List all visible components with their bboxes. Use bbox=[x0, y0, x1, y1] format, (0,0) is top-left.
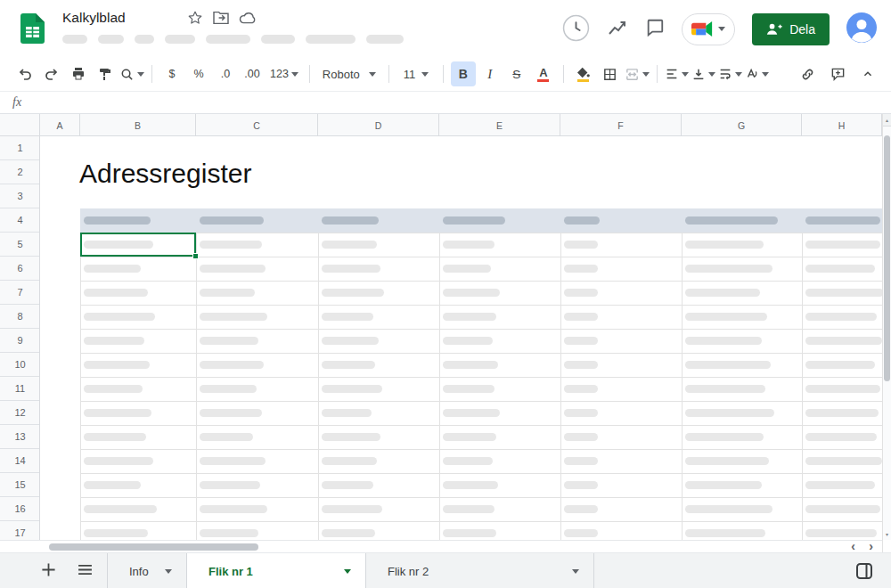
horizontal-scroll-thumb[interactable] bbox=[49, 543, 258, 551]
version-history-icon[interactable] bbox=[562, 14, 590, 45]
zoom-button[interactable] bbox=[119, 61, 144, 86]
vertical-scrollbar[interactable]: ▴ ▾ bbox=[882, 114, 891, 552]
fill-handle[interactable] bbox=[192, 253, 199, 259]
cells-area[interactable]: Adressregister bbox=[40, 136, 882, 540]
scroll-up-button[interactable]: ▴ bbox=[883, 114, 891, 127]
row-header-16[interactable]: 16 bbox=[0, 497, 40, 521]
redacted-cell-pill bbox=[564, 289, 598, 297]
font-size-select[interactable]: 11 bbox=[396, 61, 436, 86]
meet-button[interactable] bbox=[682, 13, 735, 45]
scroll-left-button[interactable]: ‹ bbox=[851, 539, 855, 553]
column-header-H[interactable]: H bbox=[802, 114, 882, 136]
redacted-menu-pill[interactable] bbox=[62, 35, 87, 44]
comment-icon[interactable] bbox=[645, 18, 665, 40]
font-family-select[interactable]: Roboto bbox=[317, 61, 381, 86]
strikethrough-button[interactable]: S bbox=[504, 61, 529, 86]
insert-link-button[interactable] bbox=[795, 61, 820, 86]
all-sheets-button[interactable] bbox=[78, 564, 93, 578]
row-header-1[interactable]: 1 bbox=[0, 136, 40, 160]
borders-button[interactable] bbox=[598, 61, 623, 86]
text-rotation-button[interactable] bbox=[745, 61, 770, 86]
row-header-3[interactable]: 3 bbox=[0, 184, 40, 208]
activity-icon[interactable] bbox=[607, 17, 628, 41]
row-header-10[interactable]: 10 bbox=[0, 353, 40, 377]
scroll-right-button[interactable]: › bbox=[869, 539, 873, 553]
row-header-15[interactable]: 15 bbox=[0, 473, 40, 497]
tab-flik-nr-2[interactable]: Flik nr 2 bbox=[366, 553, 594, 588]
document-title[interactable]: Kalkylblad bbox=[62, 10, 126, 26]
chevron-down-icon bbox=[421, 72, 429, 77]
column-header-F[interactable]: F bbox=[560, 114, 682, 136]
decrease-decimals-button[interactable]: .0 bbox=[213, 61, 238, 86]
vertical-align-button[interactable] bbox=[691, 61, 716, 86]
tab-info[interactable]: Info bbox=[107, 553, 187, 588]
formula-bar: fx bbox=[0, 92, 891, 114]
merge-cells-button[interactable] bbox=[625, 61, 650, 86]
column-header-E[interactable]: E bbox=[439, 114, 560, 136]
column-header-G[interactable]: G bbox=[682, 114, 802, 136]
column-header-B[interactable]: B bbox=[80, 114, 196, 136]
chevron-down-icon bbox=[165, 569, 172, 574]
redacted-cell-pill bbox=[685, 433, 764, 441]
row-header-13[interactable]: 13 bbox=[0, 425, 40, 449]
redacted-menu-pill[interactable] bbox=[261, 35, 295, 44]
column-header-C[interactable]: C bbox=[196, 114, 318, 136]
row-header-12[interactable]: 12 bbox=[0, 401, 40, 425]
toolbar-separator bbox=[151, 65, 152, 83]
text-wrap-button[interactable] bbox=[718, 61, 743, 86]
redacted-menu-pill[interactable] bbox=[135, 35, 154, 44]
row-header-7[interactable]: 7 bbox=[0, 281, 40, 305]
avatar[interactable] bbox=[846, 12, 877, 45]
select-all-corner[interactable] bbox=[0, 114, 40, 136]
row-header-2[interactable]: 2 bbox=[0, 160, 40, 184]
add-sheet-button[interactable] bbox=[41, 562, 56, 580]
row-header-8[interactable]: 8 bbox=[0, 305, 40, 329]
sheets-logo-icon[interactable] bbox=[20, 13, 45, 47]
number-format-button[interactable]: 123 bbox=[266, 61, 302, 86]
redacted-cell-pill bbox=[200, 505, 267, 513]
row-header-17[interactable]: 17 bbox=[0, 521, 40, 540]
row-header-5[interactable]: 5 bbox=[0, 233, 40, 257]
redacted-cell-pill bbox=[805, 481, 875, 489]
fill-color-button[interactable] bbox=[571, 61, 596, 86]
redacted-menu-pill[interactable] bbox=[306, 35, 356, 44]
undo-button[interactable] bbox=[12, 61, 37, 86]
vertical-scroll-thumb[interactable] bbox=[884, 135, 890, 381]
bold-button[interactable]: B bbox=[451, 61, 476, 86]
paint-format-button[interactable] bbox=[93, 61, 118, 86]
move-folder-icon[interactable] bbox=[212, 11, 230, 28]
row-header-11[interactable]: 11 bbox=[0, 377, 40, 401]
column-header-D[interactable]: D bbox=[318, 114, 439, 136]
horizontal-scrollbar[interactable]: ‹ › bbox=[0, 540, 882, 552]
redo-button[interactable] bbox=[39, 61, 64, 86]
row-header-4[interactable]: 4 bbox=[0, 208, 40, 233]
redacted-menu-pill[interactable] bbox=[206, 35, 250, 44]
text-color-button[interactable]: A bbox=[531, 61, 556, 86]
insert-comment-button[interactable] bbox=[825, 61, 850, 86]
redacted-menu-pill[interactable] bbox=[98, 35, 124, 44]
column-header-A[interactable]: A bbox=[40, 114, 80, 136]
fill-color-glyph bbox=[576, 67, 590, 82]
row-header-14[interactable]: 14 bbox=[0, 449, 40, 473]
collapse-toolbar-button[interactable] bbox=[855, 61, 880, 86]
cloud-status-icon[interactable] bbox=[239, 11, 257, 28]
tab-flik-nr-1[interactable]: Flik nr 1 bbox=[187, 553, 366, 588]
scroll-down-button[interactable]: ▾ bbox=[883, 527, 891, 540]
star-icon[interactable] bbox=[187, 10, 203, 29]
redacted-menu-pill[interactable] bbox=[165, 35, 195, 44]
side-panel-button[interactable] bbox=[855, 562, 873, 583]
print-button[interactable] bbox=[66, 61, 91, 86]
percent-format-button[interactable]: % bbox=[186, 61, 211, 86]
currency-format-button[interactable]: $ bbox=[159, 61, 184, 86]
row-header-9[interactable]: 9 bbox=[0, 329, 40, 353]
row-header-6[interactable]: 6 bbox=[0, 257, 40, 281]
formula-input[interactable] bbox=[37, 92, 891, 113]
increase-decimals-button[interactable]: .00 bbox=[240, 61, 265, 86]
redacted-menu-pill[interactable] bbox=[366, 35, 404, 44]
selected-cell-outline[interactable] bbox=[80, 233, 196, 257]
horizontal-align-button[interactable] bbox=[665, 61, 690, 86]
redacted-cell-pill bbox=[200, 433, 253, 441]
sheet-title-text[interactable]: Adressregister bbox=[79, 159, 251, 189]
italic-button[interactable]: I bbox=[478, 61, 503, 86]
share-button[interactable]: Dela bbox=[752, 13, 830, 45]
